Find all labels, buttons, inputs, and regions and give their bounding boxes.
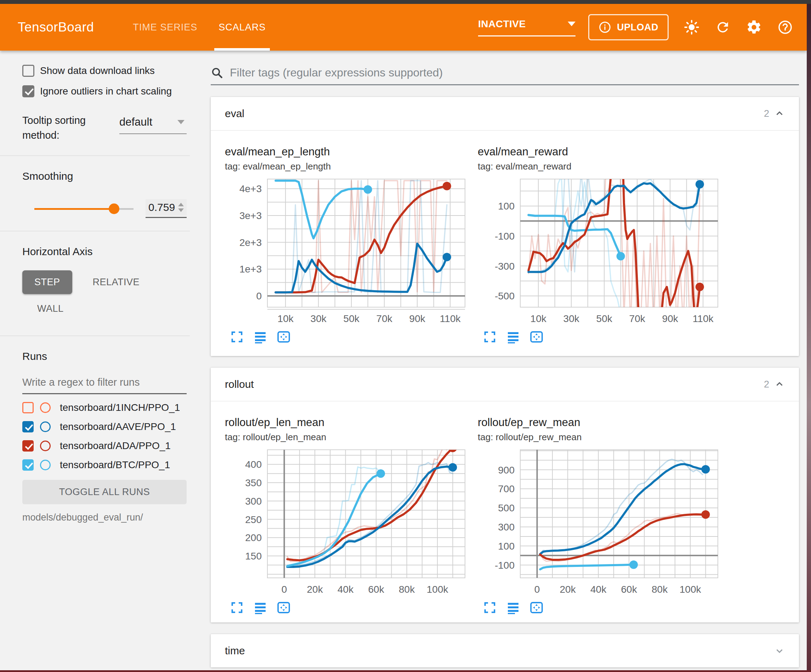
svg-text:90k: 90k [409, 313, 426, 324]
axis-wall-button[interactable]: WALL [37, 303, 64, 314]
run-row-btc[interactable]: tensorboard/BTC/PPO_1 [22, 459, 187, 471]
fullscreen-icon[interactable] [230, 330, 244, 344]
fit-to-view-icon[interactable] [529, 330, 544, 344]
line-chart[interactable]: 10k30k50k70k90k110k100-100-300-500 [478, 176, 723, 328]
data-table-icon[interactable] [253, 330, 267, 344]
svg-text:50k: 50k [596, 313, 612, 324]
divider [0, 155, 190, 156]
toggle-all-runs-button[interactable]: TOGGLE ALL RUNS [22, 480, 187, 504]
run-color-circle[interactable] [40, 440, 51, 451]
run-color-circle[interactable] [40, 402, 51, 413]
svg-text:100k: 100k [680, 584, 702, 595]
runs-title: Runs [22, 350, 187, 362]
upload-label: UPLOAD [617, 22, 658, 33]
tooltip-sorting-dropdown[interactable]: default [119, 116, 187, 142]
section-header-eval[interactable]: eval 2 [211, 97, 799, 130]
svg-text:3e+3: 3e+3 [239, 210, 262, 221]
settings-gear-icon[interactable] [746, 19, 762, 36]
chart-eval-mean-reward: eval/mean_reward tag: eval/mean_reward 1… [478, 140, 723, 344]
svg-text:90k: 90k [662, 313, 679, 324]
fullscreen-icon[interactable] [230, 601, 244, 614]
run-list: tensorboard/1INCH/PPO_1 tensorboard/AAVE… [22, 402, 187, 471]
line-chart[interactable]: 020k40k60k80k100k-100100300500700900 [478, 446, 723, 598]
run-name: tensorboard/1INCH/PPO_1 [60, 402, 180, 413]
status-label: INACTIVE [478, 19, 526, 30]
chevron-up-icon[interactable] [774, 108, 785, 119]
tag-filter[interactable] [211, 66, 799, 85]
data-table-icon[interactable] [506, 330, 520, 344]
status-dropdown[interactable]: INACTIVE [478, 19, 575, 36]
svg-text:150: 150 [245, 551, 262, 562]
brightness-icon[interactable] [684, 19, 700, 36]
number-spinner[interactable] [178, 203, 184, 212]
run-row-aave[interactable]: tensorboard/AAVE/PPO_1 [22, 421, 187, 432]
svg-text:0: 0 [256, 291, 262, 301]
section-header-time[interactable]: time [211, 634, 799, 667]
run-row-ada[interactable]: tensorboard/ADA/PPO_1 [22, 440, 187, 452]
fit-to-view-icon[interactable] [277, 601, 291, 614]
section-card-eval: eval 2 eval/mean_ep_length tag: eval/mea… [211, 97, 799, 356]
fit-to-view-icon[interactable] [529, 601, 544, 614]
section-title: rollout [225, 378, 254, 390]
chevron-down-icon [177, 120, 185, 124]
smoothing-slider[interactable] [34, 203, 134, 214]
upload-button[interactable]: UPLOAD [588, 14, 668, 41]
run-color-circle[interactable] [40, 421, 51, 432]
svg-text:100: 100 [498, 201, 514, 212]
axis-step-button[interactable]: STEP [22, 270, 72, 294]
fit-to-view-icon[interactable] [277, 330, 291, 344]
chevron-up-icon[interactable] [774, 379, 785, 389]
line-chart[interactable]: 020k40k60k80k100k150200250300350400 [225, 446, 470, 598]
smoothing-value-input[interactable] [148, 201, 178, 213]
section-title: eval [225, 108, 244, 120]
run-checkbox[interactable] [22, 459, 34, 471]
show-download-links-option[interactable]: Show data download links [22, 65, 187, 77]
svg-text:-300: -300 [495, 261, 514, 272]
data-table-icon[interactable] [506, 601, 520, 614]
chevron-down-icon [568, 22, 575, 26]
run-row-1inch[interactable]: tensorboard/1INCH/PPO_1 [22, 402, 187, 413]
svg-text:350: 350 [245, 477, 262, 488]
svg-text:80k: 80k [652, 584, 668, 595]
refresh-icon[interactable] [715, 19, 731, 36]
runs-filter-input[interactable] [22, 373, 187, 394]
svg-text:200: 200 [245, 532, 262, 543]
tag-filter-input[interactable] [230, 66, 799, 79]
checkbox-checked[interactable] [22, 85, 34, 97]
slider-thumb[interactable] [109, 203, 119, 214]
tab-scalars[interactable]: SCALARS [208, 4, 276, 51]
svg-text:0: 0 [282, 584, 287, 595]
svg-text:110k: 110k [693, 313, 714, 324]
run-checkbox[interactable] [22, 440, 34, 452]
svg-text:400: 400 [245, 459, 262, 470]
svg-text:60k: 60k [368, 584, 385, 595]
svg-text:100: 100 [498, 541, 514, 552]
axis-relative-button[interactable]: RELATIVE [81, 270, 152, 294]
line-chart[interactable]: 10k30k50k70k90k110k01e+32e+33e+34e+3 [225, 176, 470, 328]
runs-logdir-path: models/debugged_eval_run/ [22, 512, 187, 523]
tab-time-series[interactable]: TIME SERIES [122, 4, 208, 51]
svg-text:4e+3: 4e+3 [239, 183, 262, 194]
fullscreen-icon[interactable] [483, 601, 497, 614]
run-checkbox[interactable] [22, 421, 34, 432]
run-color-circle[interactable] [40, 460, 51, 470]
fullscreen-icon[interactable] [483, 330, 497, 344]
help-icon[interactable] [777, 19, 793, 36]
section-count: 2 [764, 108, 769, 119]
spinner-up-icon[interactable] [178, 203, 184, 206]
section-header-rollout[interactable]: rollout 2 [211, 368, 799, 401]
svg-text:30k: 30k [310, 313, 327, 324]
ignore-outliers-option[interactable]: Ignore outliers in chart scaling [22, 85, 187, 97]
checkbox-unchecked[interactable] [22, 65, 34, 77]
svg-text:-100: -100 [495, 560, 514, 571]
option-label: Ignore outliers in chart scaling [40, 86, 172, 97]
run-checkbox[interactable] [22, 402, 34, 413]
spinner-down-icon[interactable] [178, 208, 184, 212]
chevron-down-icon[interactable] [774, 645, 785, 656]
svg-text:250: 250 [245, 514, 262, 525]
svg-text:0: 0 [534, 584, 540, 595]
data-table-icon[interactable] [253, 601, 267, 614]
svg-text:70k: 70k [377, 313, 393, 324]
svg-text:20k: 20k [560, 584, 576, 595]
svg-text:2e+3: 2e+3 [239, 237, 262, 248]
